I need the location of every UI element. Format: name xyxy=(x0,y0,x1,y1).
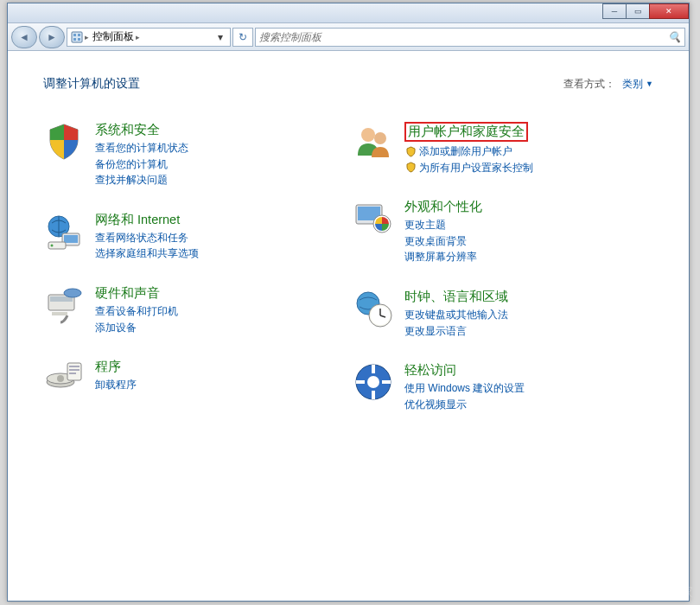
watermark-text: 系统之家 xyxy=(641,584,693,601)
category-link[interactable]: 查看网络状态和任务 xyxy=(95,230,344,246)
house-icon xyxy=(618,583,637,602)
column-left: 系统和安全 查看您的计算机状态 备份您的计算机 查找并解决问题 网络和 Inte… xyxy=(43,121,344,435)
svg-point-22 xyxy=(374,132,386,144)
category-user-accounts: 用户帐户和家庭安全 添加或删除用户帐户 为所有用户设 xyxy=(353,121,653,175)
category-title[interactable]: 轻松访问 xyxy=(404,362,653,379)
category-link[interactable]: 备份您的计算机 xyxy=(95,156,344,173)
svg-rect-0 xyxy=(72,32,82,42)
ease-of-access-icon xyxy=(353,361,394,403)
search-icon[interactable]: 🔍 xyxy=(668,31,681,43)
breadcrumb-label: 控制面板 xyxy=(92,29,134,44)
shield-small-icon xyxy=(404,145,417,157)
chevron-down-icon: ▼ xyxy=(646,80,653,88)
category-programs: 程序 卸载程序 xyxy=(43,358,344,399)
close-icon: ✕ xyxy=(665,7,672,16)
window-buttons: ─ ▭ ✕ xyxy=(603,3,689,19)
svg-point-16 xyxy=(57,375,64,382)
category-body: 时钟、语言和区域 更改键盘或其他输入法 更改显示语言 xyxy=(404,288,653,339)
arrow-right-icon: ► xyxy=(47,31,57,43)
category-hardware: 硬件和声音 查看设备和打印机 添加设备 xyxy=(43,284,344,335)
category-title[interactable]: 系统和安全 xyxy=(95,122,344,138)
refresh-icon: ↻ xyxy=(239,31,247,43)
category-body: 用户帐户和家庭安全 添加或删除用户帐户 为所有用户设 xyxy=(404,121,653,175)
category-appearance: 外观和个性化 更改主题 更改桌面背景 调整屏幕分辨率 xyxy=(353,198,653,265)
minimize-button[interactable]: ─ xyxy=(602,3,627,19)
category-body: 系统和安全 查看您的计算机状态 备份您的计算机 查找并解决问题 xyxy=(95,121,344,188)
svg-point-9 xyxy=(51,244,54,246)
network-icon xyxy=(43,211,85,252)
close-button[interactable]: ✕ xyxy=(649,3,689,19)
category-link[interactable]: 优化视频显示 xyxy=(404,397,653,413)
window-frame: ─ ▭ ✕ ◄ ► ▸ 控制面板 ▸ ▾ ↻ 🔍 调整计算机的设置 xyxy=(7,3,690,602)
category-link[interactable]: 更改主题 xyxy=(404,217,653,233)
category-link[interactable]: 查看设备和打印机 xyxy=(95,303,344,320)
svg-point-32 xyxy=(367,376,379,388)
breadcrumb-root[interactable]: 控制面板 ▸ xyxy=(89,29,143,44)
category-link[interactable]: 选择家庭组和共享选项 xyxy=(95,245,344,262)
svg-rect-4 xyxy=(78,38,80,41)
view-by-dropdown[interactable]: 类别 ▼ xyxy=(622,77,653,92)
category-link[interactable]: 调整屏幕分辨率 xyxy=(404,249,653,265)
page-title: 调整计算机的设置 xyxy=(43,76,140,92)
category-link[interactable]: 更改键盘或其他输入法 xyxy=(404,307,653,323)
content-area: 调整计算机的设置 查看方式： 类别 ▼ 系统和安全 查看您的计算机状态 xyxy=(9,52,688,600)
category-link[interactable]: 查找并解决问题 xyxy=(95,172,344,188)
search-input[interactable] xyxy=(259,31,668,43)
maximize-button[interactable]: ▭ xyxy=(626,3,650,19)
view-by-value: 类别 xyxy=(622,77,643,92)
svg-rect-20 xyxy=(69,373,76,374)
minimize-icon: ─ xyxy=(612,7,617,16)
clock-icon xyxy=(353,288,394,329)
category-title[interactable]: 用户帐户和家庭安全 xyxy=(404,122,653,142)
nav-back-button[interactable]: ◄ xyxy=(11,26,37,48)
users-icon xyxy=(353,121,394,162)
category-link[interactable]: 更改显示语言 xyxy=(404,323,653,340)
category-ease-of-access: 轻松访问 使用 Windows 建议的设置 优化视频显示 xyxy=(353,361,653,412)
search-box[interactable]: 🔍 xyxy=(255,28,685,47)
category-title[interactable]: 程序 xyxy=(95,359,344,375)
svg-rect-35 xyxy=(356,380,365,384)
svg-rect-3 xyxy=(73,38,76,41)
highlight-box: 用户帐户和家庭安全 xyxy=(404,122,528,142)
arrow-left-icon: ◄ xyxy=(19,31,29,43)
control-panel-icon xyxy=(69,30,85,44)
breadcrumb[interactable]: ▸ 控制面板 ▸ ▾ xyxy=(67,28,231,47)
category-link[interactable]: 添加或删除用户帐户 xyxy=(404,143,653,160)
svg-point-21 xyxy=(361,128,375,142)
category-title[interactable]: 硬件和声音 xyxy=(95,285,344,302)
maximize-icon: ▭ xyxy=(634,7,642,16)
category-network: 网络和 Internet 查看网络状态和任务 选择家庭组和共享选项 xyxy=(43,211,344,262)
category-body: 程序 卸载程序 xyxy=(95,358,344,399)
category-title[interactable]: 网络和 Internet xyxy=(95,212,344,228)
svg-rect-19 xyxy=(69,369,80,371)
breadcrumb-dropdown[interactable]: ▾ xyxy=(213,31,228,43)
category-body: 网络和 Internet 查看网络状态和任务 选择家庭组和共享选项 xyxy=(95,211,344,262)
category-link[interactable]: 使用 Windows 建议的设置 xyxy=(404,380,653,397)
appearance-icon xyxy=(353,198,394,239)
category-columns: 系统和安全 查看您的计算机状态 备份您的计算机 查找并解决问题 网络和 Inte… xyxy=(43,121,653,435)
view-by-label: 查看方式： xyxy=(563,77,615,92)
chevron-right-icon: ▸ xyxy=(136,33,140,41)
category-link[interactable]: 更改桌面背景 xyxy=(404,233,653,250)
nav-forward-button[interactable]: ► xyxy=(39,26,65,48)
shield-small-icon xyxy=(404,162,417,174)
category-link[interactable]: 卸载程序 xyxy=(95,377,344,393)
svg-rect-1 xyxy=(73,34,76,36)
navbar: ◄ ► ▸ 控制面板 ▸ ▾ ↻ 🔍 xyxy=(8,23,689,51)
heading-row: 调整计算机的设置 查看方式： 类别 ▼ xyxy=(43,76,653,92)
category-title[interactable]: 外观和个性化 xyxy=(404,199,653,215)
svg-rect-33 xyxy=(372,365,375,373)
column-right: 用户帐户和家庭安全 添加或删除用户帐户 为所有用户设 xyxy=(353,121,653,435)
view-by: 查看方式： 类别 ▼ xyxy=(563,77,653,92)
category-link[interactable]: 查看您的计算机状态 xyxy=(95,140,344,156)
category-link[interactable]: 为所有用户设置家长控制 xyxy=(404,160,653,176)
svg-rect-2 xyxy=(78,34,80,36)
category-system-security: 系统和安全 查看您的计算机状态 备份您的计算机 查找并解决问题 xyxy=(43,121,344,188)
category-title[interactable]: 时钟、语言和区域 xyxy=(404,289,653,305)
refresh-button[interactable]: ↻ xyxy=(232,28,253,47)
svg-rect-13 xyxy=(52,312,67,315)
category-body: 轻松访问 使用 Windows 建议的设置 优化视频显示 xyxy=(404,361,653,412)
titlebar: ─ ▭ ✕ xyxy=(8,3,689,23)
category-link[interactable]: 添加设备 xyxy=(95,320,344,336)
category-clock-region: 时钟、语言和区域 更改键盘或其他输入法 更改显示语言 xyxy=(353,288,653,339)
